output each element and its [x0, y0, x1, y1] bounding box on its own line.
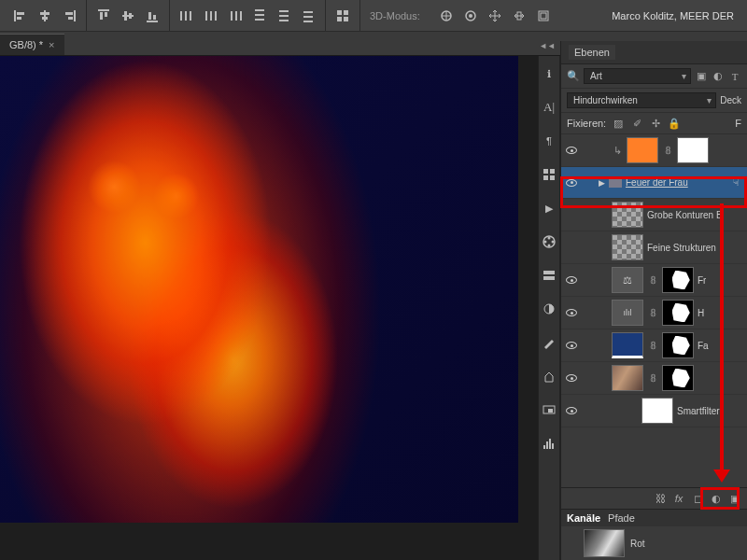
- filter-mask-thumbnail[interactable]: [641, 398, 673, 424]
- layer-thumbnail[interactable]: [612, 365, 643, 391]
- new-group-icon[interactable]: ▣: [728, 492, 741, 505]
- layer-name[interactable]: H: [698, 308, 704, 318]
- visibility-toggle[interactable]: [565, 404, 578, 417]
- document-tab[interactable]: GB/8) * ×: [0, 34, 64, 55]
- filter-kind-dropdown[interactable]: Art: [584, 68, 691, 84]
- visibility-toggle[interactable]: [565, 306, 578, 319]
- dist-top-icon[interactable]: [248, 5, 271, 27]
- svg-rect-27: [255, 9, 264, 11]
- svg-rect-33: [303, 11, 313, 13]
- layer-group-row[interactable]: ▶ Feuer der Frau ☟: [561, 167, 747, 199]
- align-hcenter-icon[interactable]: [34, 5, 56, 27]
- canvas[interactable]: [0, 56, 518, 523]
- layer-name[interactable]: Fr: [698, 275, 706, 286]
- link-layers-icon[interactable]: ⛓: [654, 492, 667, 505]
- layer-mask-thumbnail[interactable]: [677, 137, 709, 163]
- fx-icon[interactable]: fx: [672, 492, 685, 505]
- dist-bottom-icon[interactable]: [297, 5, 319, 27]
- link-icon[interactable]: 𝟠: [647, 307, 658, 319]
- filter-adjust-icon[interactable]: ◐: [712, 70, 725, 83]
- align-bottom-icon[interactable]: [141, 5, 163, 27]
- visibility-toggle[interactable]: [565, 537, 578, 550]
- lock-all-icon[interactable]: 🔒: [668, 117, 681, 130]
- layer-thumbnail[interactable]: [612, 234, 643, 260]
- close-icon[interactable]: ×: [49, 39, 54, 50]
- styles-icon[interactable]: [541, 267, 557, 284]
- 3d-pan-icon[interactable]: [484, 5, 506, 27]
- lock-position-icon[interactable]: ✢: [649, 117, 662, 130]
- layer-thumbnail[interactable]: [612, 202, 643, 228]
- visibility-toggle[interactable]: [565, 208, 578, 221]
- disclosure-icon[interactable]: ▶: [599, 178, 605, 188]
- layer-name[interactable]: Smartfilter: [677, 406, 720, 416]
- channel-row[interactable]: Rot: [561, 526, 747, 560]
- link-icon[interactable]: 𝟠: [647, 340, 658, 352]
- align-vcenter-icon[interactable]: [117, 5, 139, 27]
- layer-name[interactable]: Feine Strukturen: [647, 243, 716, 253]
- align-right-icon[interactable]: [58, 5, 80, 27]
- dist-left-icon[interactable]: [176, 5, 198, 27]
- layer-mask-thumbnail[interactable]: [662, 332, 694, 358]
- 3d-scale-icon[interactable]: [532, 5, 555, 27]
- layer-mask-thumbnail[interactable]: [662, 365, 694, 391]
- layer-name[interactable]: Feuer der Frau: [626, 177, 688, 188]
- adjustments-icon[interactable]: [541, 301, 557, 317]
- filter-type-icon[interactable]: T: [728, 70, 741, 83]
- tab-channels[interactable]: Kanäle: [567, 512, 600, 524]
- svg-rect-47: [550, 169, 555, 174]
- lock-pixels-icon[interactable]: ✐: [630, 117, 643, 130]
- add-mask-icon[interactable]: ◻: [691, 492, 704, 505]
- link-icon[interactable]: 𝟠: [647, 274, 658, 287]
- svg-rect-32: [279, 20, 289, 21]
- collapse-icon[interactable]: ◄◄: [539, 41, 556, 50]
- tab-layers[interactable]: Ebenen: [569, 45, 615, 60]
- brush-icon[interactable]: [541, 334, 557, 351]
- lock-transparent-icon[interactable]: ▨: [612, 117, 625, 130]
- auto-align-icon[interactable]: [331, 5, 354, 27]
- layer-name[interactable]: Fa: [698, 341, 709, 351]
- svg-rect-13: [124, 11, 127, 21]
- layer-thumbnail[interactable]: [627, 137, 658, 163]
- visibility-toggle[interactable]: [565, 371, 578, 385]
- 3d-roll-icon[interactable]: [459, 5, 482, 27]
- layer-mask-thumbnail[interactable]: [662, 267, 694, 293]
- dist-vcenter-icon[interactable]: [273, 5, 295, 27]
- blend-mode-dropdown[interactable]: Hindurchwirken: [567, 92, 716, 108]
- 3d-rotate-icon[interactable]: [435, 5, 458, 27]
- align-left-icon[interactable]: [9, 5, 32, 27]
- visibility-toggle[interactable]: [565, 339, 578, 352]
- visibility-toggle[interactable]: [565, 144, 578, 157]
- navigator-icon[interactable]: [541, 401, 557, 418]
- clone-icon[interactable]: [541, 368, 557, 385]
- visibility-toggle[interactable]: [565, 241, 578, 254]
- actions-icon[interactable]: ▶: [541, 200, 557, 217]
- new-adjustment-icon[interactable]: ◐: [710, 492, 723, 505]
- swatches-icon[interactable]: [541, 166, 557, 183]
- dist-hcenter-icon[interactable]: [200, 5, 222, 27]
- link-icon[interactable]: 𝟠: [662, 145, 673, 157]
- 3d-slide-icon[interactable]: [508, 5, 530, 27]
- color-icon[interactable]: [541, 233, 557, 250]
- history-icon[interactable]: ℹ: [541, 65, 557, 82]
- adjustment-icon[interactable]: ⚖: [612, 267, 643, 293]
- mode-label: 3D-Modus:: [360, 10, 430, 21]
- visibility-toggle[interactable]: [565, 273, 578, 287]
- link-icon[interactable]: 𝟠: [647, 372, 658, 385]
- layer-thumbnail[interactable]: [612, 332, 643, 358]
- svg-rect-24: [231, 11, 233, 21]
- channel-name[interactable]: Rot: [630, 539, 645, 549]
- visibility-toggle[interactable]: [565, 176, 578, 189]
- layer-mask-thumbnail[interactable]: [662, 300, 694, 326]
- histogram-icon[interactable]: [541, 435, 557, 452]
- dist-right-icon[interactable]: [224, 5, 247, 27]
- character-icon[interactable]: A|: [541, 99, 557, 116]
- paragraph-icon[interactable]: ¶: [541, 133, 557, 149]
- filter-image-icon[interactable]: ▣: [695, 70, 708, 83]
- layer-name[interactable]: Grobe Konturen B: [647, 210, 723, 220]
- filter-icon[interactable]: 🔍: [567, 70, 580, 83]
- tab-paths[interactable]: Pfade: [608, 512, 635, 524]
- align-top-icon[interactable]: [92, 5, 115, 27]
- layer-row[interactable]: ↳ 𝟠: [561, 134, 747, 167]
- adjustment-icon[interactable]: ılıl: [612, 300, 643, 326]
- channel-thumbnail[interactable]: [584, 529, 625, 557]
